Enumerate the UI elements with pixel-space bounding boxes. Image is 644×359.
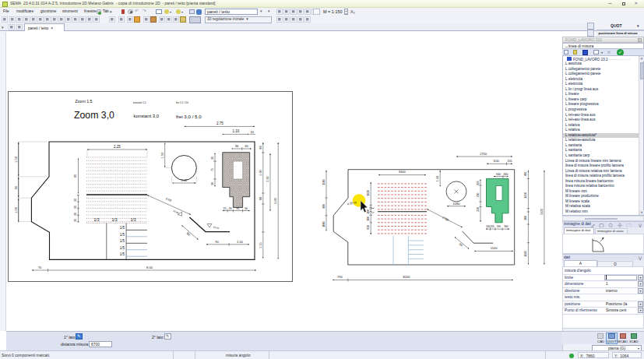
svg-text:konstant 3,0: konstant 3,0 [134,114,160,118]
svg-text:5920: 5920 [540,209,544,215]
svg-text:590: 590 [497,225,501,228]
svg-text:825: 825 [477,181,480,185]
svg-text:30: 30 [211,157,214,160]
svg-text:1450: 1450 [524,192,527,199]
svg-text:790: 790 [337,275,343,279]
svg-text:400: 400 [524,172,527,177]
svg-text:1920: 1920 [367,190,370,196]
svg-text:frei 1.5 / 3.0: frei 1.5 / 3.0 [176,101,188,104]
svg-text:8.00: 8.00 [146,266,153,269]
svg-text:300: 300 [524,216,527,220]
svg-text:25: 25 [223,207,227,210]
svg-text:36: 36 [235,144,239,148]
svg-text:8200: 8200 [403,275,411,279]
svg-text:1/5: 1/5 [120,252,125,256]
svg-text:26: 26 [229,207,232,210]
svg-text:1/3: 1/3 [131,217,136,222]
svg-text:frei 3,0 / 5,0: frei 3,0 / 5,0 [176,114,202,119]
svg-text:35: 35 [236,207,239,210]
svg-text:940: 940 [496,173,501,176]
svg-text:90: 90 [14,185,18,189]
svg-text:1.10: 1.10 [233,129,240,133]
svg-text:5.00: 5.00 [274,198,277,203]
svg-text:360: 360 [504,225,509,228]
svg-text:90: 90 [459,242,463,247]
svg-text:90: 90 [215,240,219,244]
svg-text:1.00: 1.00 [237,240,244,244]
svg-text:1100: 1100 [491,246,498,250]
svg-text:1140: 1140 [493,160,499,163]
svg-text:300: 300 [367,216,370,221]
svg-text:1080: 1080 [453,202,461,206]
svg-text:1/5: 1/5 [120,226,125,230]
svg-text:1/5: 1/5 [120,246,125,250]
svg-text:900: 900 [322,204,326,209]
svg-text:1000: 1000 [322,221,326,227]
svg-text:70: 70 [38,266,42,269]
svg-text:95: 95 [73,174,77,178]
svg-text:790: 790 [477,193,480,198]
svg-text:1.50: 1.50 [14,156,18,163]
svg-text:98: 98 [259,197,262,200]
svg-text:205: 205 [491,225,495,228]
svg-text:30: 30 [74,199,77,202]
svg-text:1.15: 1.15 [259,242,262,248]
svg-text:1.00: 1.00 [14,206,18,213]
svg-text:1130: 1130 [524,251,527,256]
svg-text:30: 30 [74,219,77,222]
svg-text:1.50: 1.50 [160,152,164,159]
svg-text:30: 30 [245,144,248,148]
svg-text:1.50: 1.50 [436,176,439,181]
svg-text:Zoom 3,0: Zoom 3,0 [74,110,114,121]
svg-text:36: 36 [211,182,214,185]
svg-text:1/5: 1/5 [120,233,125,237]
svg-text:1/5: 1/5 [120,239,125,243]
svg-text:250: 250 [477,207,480,212]
svg-text:2.75: 2.75 [216,121,223,125]
svg-text:Zoom 1.5: Zoom 1.5 [76,99,93,104]
svg-text:360: 360 [504,173,509,176]
svg-text:30: 30 [74,206,77,209]
svg-text:2.92: 2.92 [266,176,269,181]
svg-text:30: 30 [245,207,248,210]
svg-text:konstant 1.5: konstant 1.5 [133,101,146,104]
svg-text:2.25: 2.25 [114,145,121,149]
svg-text:1500: 1500 [322,179,326,185]
svg-text:1/3: 1/3 [112,217,118,222]
svg-text:2700: 2700 [442,215,450,222]
svg-text:1.00: 1.00 [181,178,188,182]
svg-text:205: 205 [508,160,512,163]
svg-text:30: 30 [74,213,77,216]
svg-text:75: 75 [211,168,214,171]
svg-text:2750: 2750 [480,152,487,156]
svg-text:3340: 3340 [399,170,406,174]
svg-text:1/3: 1/3 [94,217,100,222]
svg-text:950: 950 [367,225,370,230]
svg-text:20: 20 [250,130,254,134]
svg-text:98: 98 [259,146,262,149]
svg-text:1.90: 1.90 [259,170,262,175]
